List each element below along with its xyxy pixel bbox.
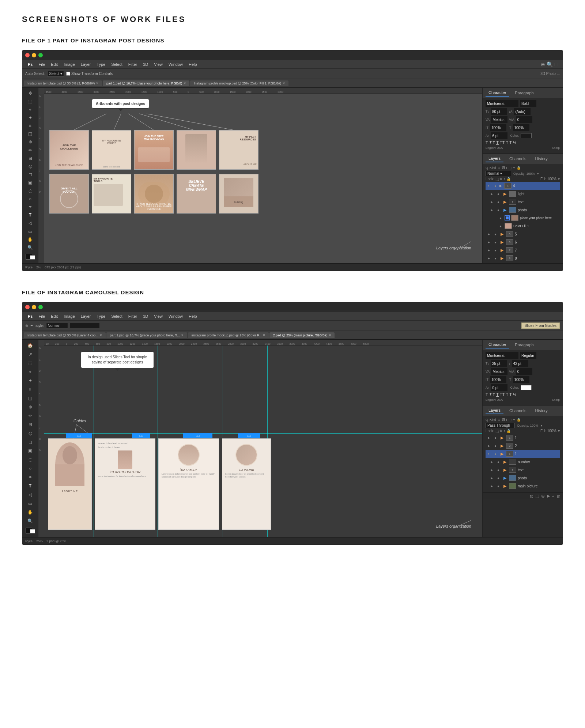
layer-item-text[interactable]: ▶ ● ▶ T text bbox=[486, 198, 560, 206]
font-size-input[interactable] bbox=[491, 108, 507, 115]
font-weight-input[interactable] bbox=[520, 100, 536, 107]
layer-item-2-2[interactable]: ▶ ● ▶ 2 2 bbox=[486, 442, 560, 450]
menu-layer-2[interactable]: Layer bbox=[78, 313, 94, 319]
new-layer-btn-2[interactable]: + bbox=[552, 494, 554, 498]
scale-h-input[interactable] bbox=[490, 124, 506, 131]
menu-view-2[interactable]: View bbox=[151, 313, 165, 319]
brush-tool[interactable]: ✏ bbox=[25, 147, 35, 153]
metrics-input[interactable] bbox=[491, 116, 507, 123]
menu-type[interactable]: Type bbox=[94, 61, 108, 67]
ps-canvas-2[interactable]: In design used Slices Tool for simple sa… bbox=[44, 346, 482, 537]
menu-type-2[interactable]: Type bbox=[94, 313, 108, 319]
menu-window-2[interactable]: Window bbox=[166, 313, 185, 319]
layers-tab-2[interactable]: Layers bbox=[486, 407, 503, 414]
crop-tool[interactable]: ⌗ bbox=[25, 122, 35, 129]
menu-window[interactable]: Window bbox=[166, 61, 185, 67]
tab-1-profile[interactable]: Instagram profile mockup.psd @ 25% (Colo… bbox=[190, 80, 288, 86]
gradient-tool-2[interactable]: ▣ bbox=[25, 447, 35, 454]
font-weight-input-2[interactable] bbox=[520, 352, 536, 359]
layer-item-photo[interactable]: ▶ ● ▶ photo bbox=[486, 206, 560, 214]
layer-item-7[interactable]: ▶ ● ▶ 7 7 bbox=[486, 246, 560, 254]
transform-controls-checkbox[interactable]: Show Transform Controls bbox=[66, 72, 113, 76]
layer-item-5[interactable]: ▶ ● ▶ 5 5 bbox=[486, 230, 560, 238]
style-dropdown[interactable]: Normal bbox=[46, 323, 68, 328]
scale-h-input-2[interactable] bbox=[490, 376, 506, 383]
tab-1-part1[interactable]: part 1.psd @ 16,7% (place your photo her… bbox=[103, 80, 189, 86]
shape-tool-2[interactable]: ▭ bbox=[25, 500, 35, 507]
layer-item-2-1b[interactable]: ▾ ● ▶ 1 1 bbox=[486, 450, 560, 458]
menu-image-2[interactable]: Image bbox=[61, 313, 78, 319]
eyedrop-tool[interactable]: ◫ bbox=[25, 131, 35, 137]
menu-3d-2[interactable]: 3D bbox=[140, 313, 151, 319]
tab-1-instagram-template[interactable]: Instagram template.psd @ 33.3% (2, RGB/8… bbox=[24, 80, 102, 86]
close-btn-2[interactable] bbox=[25, 305, 30, 309]
history-tab-2[interactable]: History bbox=[532, 407, 551, 414]
tracking-input[interactable] bbox=[516, 116, 532, 123]
tab-2-part1[interactable]: part 1.psd @ 16,7% (place your photo her… bbox=[106, 332, 187, 338]
pen-tool[interactable]: ✒ bbox=[25, 204, 35, 210]
layer-item-photo-2[interactable]: ▶ ● ▶ photo bbox=[486, 474, 560, 482]
shape-tool[interactable]: ▭ bbox=[25, 228, 35, 234]
layer-item-4[interactable]: ▾ ● ▶ 4 4 bbox=[486, 182, 560, 190]
min-btn-1[interactable] bbox=[32, 53, 36, 57]
menu-file-2[interactable]: File bbox=[36, 313, 48, 319]
text-tool-2[interactable]: T bbox=[25, 482, 35, 490]
font-family-input-2[interactable] bbox=[486, 352, 518, 359]
paragraph-tab-2[interactable]: Paragraph bbox=[512, 342, 536, 348]
gradient-tool[interactable]: ▣ bbox=[25, 179, 35, 186]
wand-tool[interactable]: ✦ bbox=[25, 114, 35, 121]
scale-v-input[interactable] bbox=[513, 124, 529, 131]
baseline-input[interactable] bbox=[491, 132, 507, 139]
tab-2-profile[interactable]: instagram profile mockup.psd @ 25% (Colo… bbox=[188, 332, 269, 338]
menu-edit[interactable]: Edit bbox=[48, 61, 60, 67]
menu-view[interactable]: View bbox=[151, 61, 165, 67]
scale-v-input-2[interactable] bbox=[513, 376, 529, 383]
delete-layer-btn-2[interactable]: 🗑 bbox=[556, 494, 561, 498]
metrics-input-2[interactable] bbox=[491, 368, 507, 375]
adjustment-btn-2[interactable]: ◎ bbox=[541, 494, 545, 498]
channels-tab[interactable]: Channels bbox=[506, 155, 529, 162]
lasso-tool-2[interactable]: ⌖ bbox=[25, 368, 35, 376]
ps-canvas-1[interactable]: Artboards with post designs bbox=[44, 94, 482, 263]
group-btn-2[interactable]: ▶ bbox=[547, 494, 550, 498]
tab-close-1[interactable]: × bbox=[96, 81, 98, 85]
eraser-tool-2[interactable]: ◻ bbox=[25, 438, 35, 446]
dodge-tool[interactable]: ○ bbox=[25, 196, 35, 202]
menu-help-2[interactable]: Help bbox=[186, 313, 200, 319]
tracking-input-2[interactable] bbox=[516, 368, 532, 375]
tab-close-2-2[interactable]: × bbox=[181, 333, 184, 337]
style-input[interactable] bbox=[70, 323, 99, 328]
layer-item-2-1[interactable]: ▶ ● ▶ 1 1 bbox=[486, 434, 560, 442]
dodge-tool-2[interactable]: ○ bbox=[25, 465, 35, 472]
tab-2-2psd[interactable]: 2.psd @ 25% (main picture, RGB/8#) × bbox=[269, 332, 335, 338]
brush-tool-2[interactable]: ✏ bbox=[25, 412, 35, 419]
menu-filter[interactable]: Filter bbox=[126, 61, 140, 67]
blur-tool[interactable]: ◌ bbox=[25, 187, 35, 194]
select-tool-2[interactable]: ↗ bbox=[25, 351, 35, 358]
layer-item-main-picture[interactable]: ▶ ● ▶ main picture bbox=[486, 482, 560, 490]
layer-item-place-photo[interactable]: ● place your photo here bbox=[486, 214, 560, 222]
layer-item-colorfill[interactable]: ● Color Fill 1 bbox=[486, 222, 560, 230]
menu-layer[interactable]: Layer bbox=[78, 61, 94, 67]
menu-edit-2[interactable]: Edit bbox=[48, 313, 60, 319]
zoom-tool[interactable]: 🔍 bbox=[25, 244, 35, 251]
menu-3d[interactable]: 3D bbox=[140, 61, 151, 67]
pen-tool-2[interactable]: ✒ bbox=[25, 474, 35, 481]
clone-tool-2[interactable]: ⊟ bbox=[25, 421, 35, 428]
menu-file[interactable]: File bbox=[36, 61, 48, 67]
wand-tool-2[interactable]: ✦ bbox=[25, 377, 35, 384]
leading-input-2[interactable] bbox=[512, 360, 528, 367]
color-swatch-2[interactable] bbox=[521, 385, 532, 390]
slices-from-guides-btn[interactable]: Slices From Guides bbox=[521, 322, 560, 329]
leading-input[interactable] bbox=[514, 108, 531, 115]
tab-close-2[interactable]: × bbox=[184, 81, 186, 85]
menu-select-2[interactable]: Select bbox=[109, 313, 125, 319]
layer-item-8[interactable]: ▶ ● ▶ 8 8 bbox=[486, 254, 560, 262]
character-tab-2[interactable]: Character bbox=[486, 341, 509, 348]
layers-tab[interactable]: Layers bbox=[486, 155, 503, 162]
eyedrop-tool-2[interactable]: ◫ bbox=[25, 395, 35, 402]
tab-2-instagram-template[interactable]: Instagram template.psd @ 33,3% (Layer 4 … bbox=[24, 332, 106, 338]
hand-tool[interactable]: ✋ bbox=[25, 236, 35, 243]
layer-item-number[interactable]: ▶ ● ▶ number bbox=[486, 458, 560, 466]
menu-filter-2[interactable]: Filter bbox=[126, 313, 140, 319]
